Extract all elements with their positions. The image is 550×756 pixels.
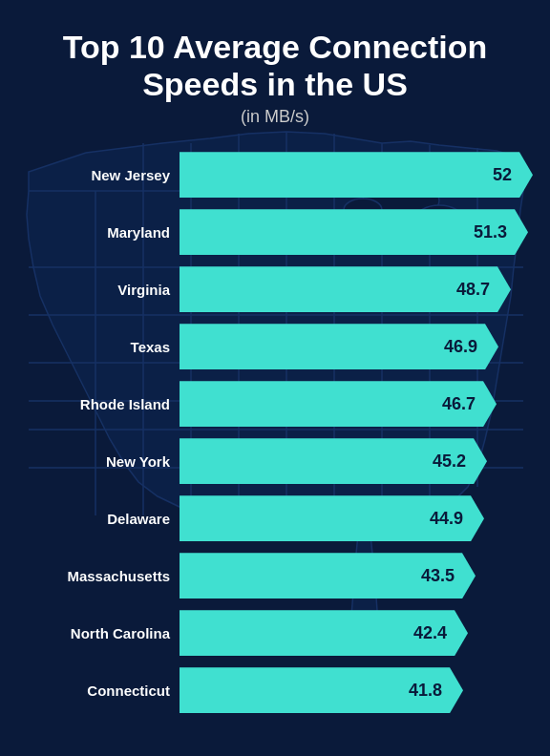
bar: 52 [180,152,533,198]
bar-row: Delaware44.9 [38,492,512,545]
state-label: Delaware [38,511,180,527]
bar-container: 45.2 [180,438,512,484]
bar-row: New York45.2 [38,434,512,488]
bar-value: 48.7 [449,280,511,300]
bar-row: Rhode Island46.7 [38,377,512,430]
state-label: Massachusetts [38,568,180,584]
bar-value: 46.9 [436,337,498,357]
bar-container: 48.7 [180,266,512,312]
bar: 43.5 [180,553,476,598]
state-label: New Jersey [38,167,180,183]
bar-row: Connecticut41.8 [38,663,512,717]
state-label: Texas [38,339,180,355]
state-label: Connecticut [38,682,180,699]
bar-row: New Jersey52 [38,148,512,201]
bar-value: 51.3 [466,222,528,242]
bar: 42.4 [180,610,468,656]
state-label: Virginia [38,282,180,298]
state-label: Rhode Island [38,396,180,412]
bar-value: 43.5 [413,566,476,586]
bar-value: 42.4 [406,623,468,643]
bar-chart: New Jersey52Maryland51.3Virginia48.7Texa… [19,148,531,717]
page-content: Top 10 Average Connection Speeds in the … [0,0,550,736]
bar-value: 41.8 [401,681,463,701]
state-label: Maryland [38,224,180,241]
bar-row: Texas46.9 [38,320,512,373]
bar-container: 42.4 [180,610,512,656]
bar-row: North Carolina42.4 [38,606,512,660]
bar-value: 44.9 [422,509,484,529]
bar-container: 41.8 [180,667,512,713]
bar: 45.2 [180,438,487,484]
bar: 51.3 [180,209,528,255]
bar: 41.8 [180,667,463,713]
page-title: Top 10 Average Connection Speeds in the … [19,29,531,103]
bar-value: 46.7 [434,394,497,414]
bar-row: Massachusetts43.5 [38,549,512,602]
bar-row: Virginia48.7 [38,262,512,316]
bar: 48.7 [180,266,511,312]
bar-container: 43.5 [180,553,512,598]
bar-value: 45.2 [425,452,487,472]
bar-container: 51.3 [180,209,528,255]
state-label: North Carolina [38,625,180,641]
bar: 46.9 [180,324,498,369]
bar: 44.9 [180,495,484,541]
bar: 46.7 [180,381,497,427]
page-subtitle: (in MB/s) [19,107,531,127]
bar-row: Maryland51.3 [38,205,512,259]
bar-container: 44.9 [180,495,512,541]
bar-value: 52 [485,165,533,185]
bar-container: 46.9 [180,324,512,369]
bar-container: 52 [180,152,533,198]
bar-container: 46.7 [180,381,512,427]
state-label: New York [38,453,180,470]
